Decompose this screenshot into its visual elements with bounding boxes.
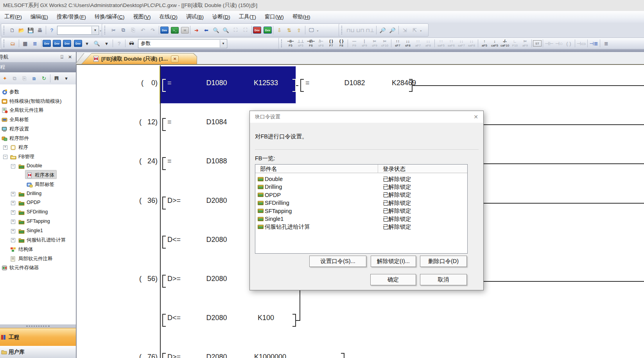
menu-工具T[interactable]: 工具(T): [235, 11, 260, 23]
ladder-button-sF9[interactable]: |sF9: [359, 38, 370, 49]
column-header-name[interactable]: 部件名: [260, 165, 277, 173]
tree-expander-icon[interactable]: +: [11, 229, 15, 233]
ladder-button-caF5[interactable]: ↓caF5: [490, 38, 500, 49]
new-project-icon[interactable]: 🗋: [8, 25, 17, 35]
new-item-icon[interactable]: ✦: [0, 73, 10, 83]
tab-close-icon[interactable]: ✕: [171, 55, 179, 63]
tree-expander-icon[interactable]: −: [3, 155, 7, 159]
copy-icon[interactable]: ⧉: [118, 25, 128, 35]
read-from-plc-icon[interactable]: ⬅: [201, 25, 211, 35]
cut-icon[interactable]: ✂: [109, 25, 118, 35]
wave1-icon[interactable]: ⊓⊔: [346, 25, 355, 35]
inline-st-icon[interactable]: ⊣≣: [589, 39, 599, 48]
dev-comment-icon[interactable]: Dev: [43, 40, 51, 47]
monitor-watch-icon[interactable]: 🔍: [211, 25, 221, 35]
fb-list-row[interactable]: OPDP已解除锁定: [255, 191, 467, 199]
hw-config-icon[interactable]: H: [181, 27, 189, 34]
menu-窗口W[interactable]: 窗口(W): [260, 11, 288, 23]
column-header-status[interactable]: 登录状态: [383, 165, 405, 173]
wave2-icon[interactable]: ⊔⊓: [355, 25, 365, 35]
fb-list-row[interactable]: SFTapping已解除锁定: [255, 207, 467, 215]
dropdown-icon[interactable]: ▾: [82, 39, 92, 48]
close-icon[interactable]: ✕: [68, 54, 72, 60]
tree-item-全局软元件注释[interactable]: 全局软元件注释: [0, 106, 76, 115]
fb-list[interactable]: 部件名登录状态Double已解除锁定Drilling已解除锁定OPDP已解除锁定…: [255, 164, 468, 254]
ladder-button-saF6[interactable]: ↑↑saF6: [446, 38, 456, 49]
ladder-button-saF7[interactable]: ↓↓saF7: [456, 38, 466, 49]
tree-item-SFTapping[interactable]: +SFTapping: [0, 217, 76, 226]
redo-icon[interactable]: ↷: [148, 25, 158, 35]
tree-item-程序设置[interactable]: 程序设置: [0, 125, 76, 133]
print-icon[interactable]: 🖶: [35, 25, 45, 35]
wave3-icon[interactable]: ⊓⊥: [365, 25, 375, 35]
gray4-icon[interactable]: ⇱: [410, 25, 420, 35]
ladder-button-caF10[interactable]: -/-caF10: [500, 38, 510, 49]
gray1-icon[interactable]: ⛶: [231, 25, 240, 35]
grip-handle[interactable]: [4, 39, 6, 47]
grip-handle[interactable]: [104, 26, 107, 34]
combo-dropdown-icon[interactable]: ▼: [220, 40, 226, 47]
tree-item-OPDP[interactable]: +OPDP: [0, 199, 76, 207]
fb-list-row[interactable]: Double已解除锁定: [255, 175, 467, 183]
list-view-icon[interactable]: ≣: [30, 39, 40, 48]
menu-工程P[interactable]: 工程(P): [0, 11, 26, 23]
menu-帮助H[interactable]: 帮助(H): [288, 11, 315, 23]
sidebar-tab-userlib[interactable]: 用户库: [0, 346, 76, 358]
tree-expander-icon[interactable]: +: [11, 220, 15, 224]
tree-item-局部标签[interactable]: 局部标签: [0, 180, 76, 189]
dev-grid-icon[interactable]: Dev: [53, 40, 61, 47]
grip-handle[interactable]: [4, 26, 6, 34]
ok-button[interactable]: 确定: [370, 274, 416, 285]
ladder-button-sF6[interactable]: /⊢sF6: [316, 38, 326, 49]
dev-green-icon[interactable]: Dev: [264, 27, 272, 34]
param2-icon[interactable]: ⇅: [284, 25, 294, 35]
ladder-button-saF8[interactable]: ↓↓saF8: [466, 38, 477, 49]
ladder-button-cF9[interactable]: ✂cF9: [370, 38, 380, 49]
menu-视图V[interactable]: 视图(V): [129, 11, 155, 23]
grip-handle[interactable]: [341, 26, 344, 34]
tree-item-SFDrilling[interactable]: +SFDrilling: [0, 208, 76, 217]
tree-expander-icon[interactable]: +: [11, 210, 15, 215]
dialog-close-icon[interactable]: ✕: [472, 113, 480, 120]
unlock-button[interactable]: 解除锁定(I)...: [371, 256, 416, 267]
tree-item-程序部件[interactable]: 程序部件: [0, 134, 76, 143]
parameter-combobox[interactable]: 参数▼: [138, 39, 227, 48]
ladder-button-cF10[interactable]: ✂cF10: [380, 38, 390, 49]
tree-expander-icon[interactable]: −: [11, 164, 15, 168]
binoculars-icon[interactable]: 🕶: [127, 39, 136, 48]
tree-item-Double[interactable]: −Double: [0, 162, 76, 170]
st-icon[interactable]: ST: [533, 40, 542, 47]
ladder-button-F8[interactable]: { }F8: [336, 38, 346, 49]
tree-item-程序[interactable]: +程序: [0, 143, 76, 152]
gray3-icon[interactable]: ⇲: [400, 25, 410, 35]
tree-item-Drilling[interactable]: +Drilling: [0, 190, 76, 198]
navigation-section-bar[interactable]: 工程: [0, 62, 76, 72]
sort-icon[interactable]: 🖪: [52, 73, 61, 83]
tree-expander-icon[interactable]: +: [11, 192, 15, 196]
gray-contact1-icon[interactable]: ⊣⊢: [544, 39, 554, 48]
gray-coil-icon[interactable]: ( ): [564, 39, 574, 48]
tree-expander-icon[interactable]: +: [3, 145, 7, 150]
find-device1-icon[interactable]: 🔎: [378, 25, 387, 35]
delete-password-button[interactable]: 删除口令(D): [420, 256, 467, 267]
copy-gray-icon[interactable]: ⧉: [10, 73, 20, 83]
doc-info-icon[interactable]: 🗈: [29, 73, 39, 83]
overflow-chevron[interactable]: ⌄: [420, 29, 423, 32]
gray2-icon[interactable]: ⛶: [240, 25, 250, 35]
tree-item-全局标签[interactable]: 全局标签: [0, 115, 76, 124]
tree-item-软元件存储器[interactable]: 软元件存储器: [0, 263, 76, 272]
undo-icon[interactable]: ↶: [138, 25, 148, 35]
pin-icon[interactable]: ⍗: [61, 54, 63, 60]
param3-icon[interactable]: ⇧: [294, 25, 304, 35]
project-view-icon[interactable]: 🗂: [8, 39, 18, 48]
ladder-button-aF8[interactable]: ↓↓aF8: [423, 38, 433, 49]
monitor-watch2-icon[interactable]: 🔍: [221, 25, 231, 35]
param1-icon[interactable]: ⇩: [274, 25, 284, 35]
save-icon[interactable]: 💾: [26, 25, 36, 35]
sidebar-splitter[interactable]: [0, 324, 76, 328]
fb-list-row[interactable]: SFDrilling已解除锁定: [255, 199, 467, 207]
menu-调试B[interactable]: 调试(B): [182, 11, 208, 23]
refresh-icon[interactable]: ↻: [39, 73, 49, 83]
ladder-button-F6[interactable]: ⊣/⊢F6: [306, 38, 316, 49]
fb-list-row[interactable]: Single1已解除锁定: [255, 215, 467, 223]
